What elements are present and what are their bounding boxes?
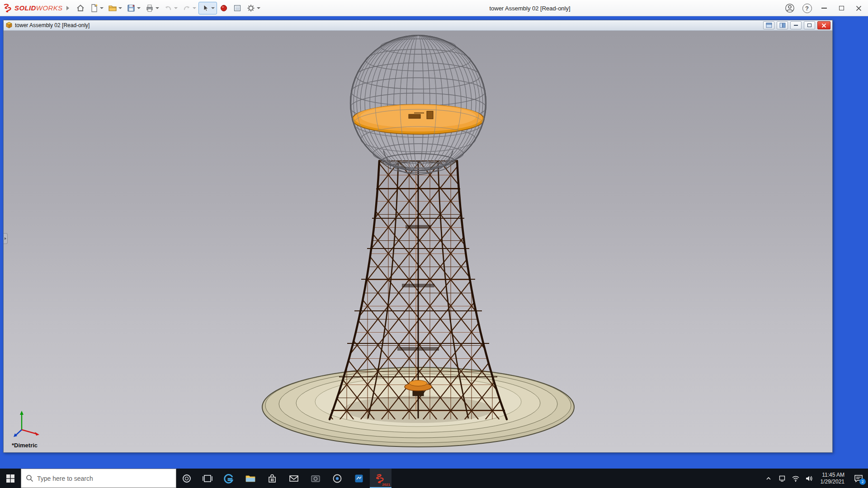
taskbar-pinned-app-icon-3[interactable] — [348, 469, 370, 488]
home-button[interactable] — [74, 2, 87, 14]
home-icon — [76, 4, 85, 13]
tray-device-button[interactable] — [775, 469, 789, 488]
minimize-icon — [794, 25, 798, 26]
help-icon: ? — [802, 4, 812, 13]
marketplace-button[interactable] — [217, 2, 231, 14]
tray-expand-button[interactable] — [762, 469, 775, 488]
chevron-down-icon[interactable] — [193, 7, 196, 9]
close-icon — [856, 5, 862, 11]
chevron-down-icon[interactable] — [118, 7, 122, 9]
chevron-down-icon[interactable] — [137, 7, 141, 9]
save-icon — [127, 4, 136, 13]
search-icon — [26, 474, 33, 482]
solidworks-year-badge: 2021 — [382, 483, 390, 487]
window-split-icon — [779, 23, 786, 28]
camera-app-icon — [310, 473, 321, 484]
assembly-icon — [5, 22, 13, 29]
undo-button[interactable] — [161, 2, 180, 14]
brand-solid: SOLID — [14, 4, 36, 12]
chevron-down-icon[interactable] — [174, 7, 178, 9]
store-bag-icon — [267, 473, 278, 484]
mail-envelope-icon — [288, 473, 299, 484]
taskbar-pinned-app-icon-2[interactable] — [326, 469, 348, 488]
media-app-icon — [332, 473, 343, 484]
tower-structure[interactable] — [330, 161, 507, 419]
options-button[interactable] — [244, 2, 263, 14]
speaker-icon — [805, 475, 813, 482]
edge-app-icon[interactable] — [218, 469, 240, 488]
open-button[interactable] — [106, 2, 124, 14]
graphics-viewport[interactable]: *Dimetric — [4, 31, 832, 452]
restore-icon — [807, 23, 811, 27]
edge-icon — [223, 473, 234, 484]
solidworks-taskbar-icon — [375, 473, 387, 484]
wifi-icon — [792, 475, 800, 482]
chevron-down-icon[interactable] — [211, 7, 215, 9]
collapsed-panel-tab[interactable] — [4, 233, 8, 244]
monitor-icon — [778, 475, 786, 482]
document-window: tower Assembly 02 [Read-only] — [3, 20, 833, 453]
brand-text: SOLIDWORKS — [14, 4, 63, 12]
file-explorer-app-icon[interactable] — [240, 469, 261, 488]
taskbar-search[interactable] — [21, 469, 176, 488]
close-icon — [821, 23, 826, 28]
tray-network-button[interactable] — [789, 469, 802, 488]
account-icon — [785, 3, 795, 13]
action-center-button[interactable]: 2 — [849, 469, 868, 488]
redo-button[interactable] — [180, 2, 198, 14]
taskbar-clock[interactable]: 11:45 AM 1/29/2021 — [816, 469, 849, 488]
tray-volume-button[interactable] — [802, 469, 816, 488]
solidworks-mark-icon — [3, 4, 13, 13]
maximize-button[interactable] — [834, 1, 849, 15]
start-button[interactable] — [0, 469, 21, 488]
close-button[interactable] — [851, 1, 866, 15]
print-icon — [145, 4, 154, 13]
chevron-down-icon[interactable] — [100, 7, 104, 9]
minimize-button[interactable] — [816, 1, 832, 15]
document-close-button[interactable] — [817, 21, 830, 29]
taskbar-pinned-app-icon-1[interactable] — [305, 469, 326, 488]
print-button[interactable] — [143, 2, 161, 14]
redo-icon — [182, 4, 191, 13]
list-table-icon — [233, 4, 242, 13]
solidworks-app-icon[interactable]: 2021 — [370, 469, 392, 488]
select-cursor-icon — [201, 4, 210, 13]
chevron-down-icon[interactable] — [257, 7, 260, 9]
toolbar-expand-arrow[interactable] — [66, 6, 69, 10]
mail-app-icon[interactable] — [283, 469, 305, 488]
document-titlebar[interactable]: tower Assembly 02 [Read-only] — [4, 20, 832, 31]
app-titlebar: SOLIDWORKS — [0, 0, 868, 16]
new-document-button[interactable] — [87, 2, 106, 14]
viewport-3d-scene[interactable] — [4, 31, 832, 452]
red-sphere-icon — [219, 4, 228, 13]
dome-cupola[interactable] — [350, 35, 486, 174]
maximize-icon — [839, 6, 844, 10]
account-button[interactable] — [782, 1, 797, 15]
document-minimize-button[interactable] — [790, 21, 802, 29]
window-pane-button-2[interactable] — [777, 21, 788, 29]
minimize-icon — [821, 8, 827, 9]
orientation-triad — [11, 406, 43, 439]
folder-icon — [245, 473, 256, 484]
taskbar: 2021 — [0, 469, 868, 488]
view-orientation-label: *Dimetric — [12, 442, 38, 449]
document-title: tower Assembly 02 [Read-only] — [15, 22, 90, 28]
select-tool-button[interactable] — [198, 2, 217, 14]
search-input[interactable] — [37, 475, 159, 482]
task-view-button[interactable] — [197, 469, 218, 488]
window-pane-button-1[interactable] — [763, 21, 774, 29]
undo-icon — [164, 4, 173, 13]
save-button[interactable] — [124, 2, 143, 14]
properties-button[interactable] — [231, 2, 244, 14]
solidworks-logo: SOLIDWORKS — [3, 4, 63, 13]
mdi-background: tower Assembly 02 [Read-only] — [0, 16, 868, 469]
new-document-icon — [90, 4, 99, 13]
chevron-down-icon[interactable] — [156, 7, 159, 9]
clock-date: 1/29/2021 — [821, 479, 844, 485]
document-restore-button[interactable] — [804, 21, 815, 29]
cortana-button[interactable] — [176, 469, 197, 488]
task-view-icon — [203, 474, 212, 483]
store-app-icon[interactable] — [261, 469, 283, 488]
window-pane-icon — [766, 23, 772, 28]
help-button[interactable]: ? — [799, 1, 815, 15]
